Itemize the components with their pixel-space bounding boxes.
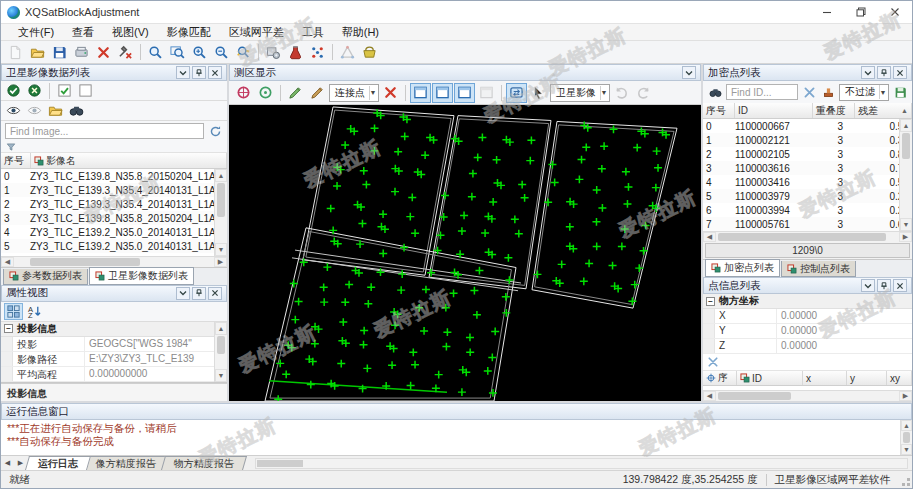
tab-object-accuracy-report[interactable]: 物方精度报告 <box>161 456 247 470</box>
image-row[interactable]: 0ZY3_TLC_E139.8_N35.8_20150204_L1A00 <box>1 169 227 183</box>
panel-close-icon[interactable] <box>208 287 222 300</box>
save-icon[interactable] <box>49 42 70 62</box>
panel-menu-icon[interactable] <box>176 287 190 300</box>
view-3-icon[interactable] <box>454 83 475 103</box>
center-green-icon[interactable] <box>255 83 276 103</box>
panel-close-icon[interactable] <box>893 66 907 79</box>
column-header-x[interactable]: x <box>803 371 847 385</box>
column-header-index[interactable]: 序号 <box>703 103 735 118</box>
unload-images-icon[interactable] <box>25 82 44 99</box>
tiepoint-dropdown[interactable]: 连接点▼ <box>329 84 379 102</box>
menu-item[interactable]: 帮助(H) <box>333 25 388 40</box>
log-vscrollbar[interactable]: ▲ ▼ <box>900 420 912 455</box>
hide-image-icon[interactable] <box>25 102 44 119</box>
menu-item[interactable]: 文件(F) <box>9 25 63 40</box>
center-red-icon[interactable] <box>233 83 254 103</box>
tiepoint-row[interactable]: 0110000066730.57 <box>703 119 912 133</box>
link-views-icon[interactable] <box>506 83 527 103</box>
view-1-icon[interactable] <box>410 83 431 103</box>
remove-observation-icon[interactable] <box>707 356 719 368</box>
pan-view-icon[interactable] <box>233 42 254 62</box>
browse-folder-icon[interactable] <box>46 102 65 119</box>
image-layer-dropdown[interactable]: 卫星影像▼ <box>550 84 610 102</box>
find-id-icon[interactable] <box>707 84 723 100</box>
close-button[interactable] <box>878 1 912 23</box>
coords-group[interactable]: − 物方坐标 <box>703 294 912 309</box>
image-row[interactable]: 2ZY3_TLC_E139.3_N35.4_20140131_L1A00 <box>1 197 227 211</box>
coord-row-y[interactable]: Y0.00000 <box>703 324 912 339</box>
find-image-icon[interactable] <box>67 102 86 119</box>
panel-menu-icon[interactable] <box>682 66 696 79</box>
panel-close-icon[interactable] <box>208 66 222 79</box>
zoom-out-icon[interactable] <box>211 42 232 62</box>
column-header-y[interactable]: y <box>847 371 887 385</box>
column-header-name[interactable]: 影像名 <box>31 153 227 168</box>
log-body[interactable]: ***正在进行自动保存与备份，请稍后 ***自动保存与备份完成 ▲ ▼ <box>1 420 912 455</box>
tiepoint-row[interactable]: 4110000341630.51 <box>703 175 912 189</box>
view-4-icon[interactable] <box>476 83 497 103</box>
view-2-icon[interactable] <box>432 83 453 103</box>
image-row[interactable]: 6ZY3_TLC_E139.2_N35.0_20140131_L1A00 <box>1 253 227 256</box>
check-all-icon[interactable] <box>55 82 74 99</box>
menu-item[interactable]: 查看 <box>63 25 103 40</box>
menu-item[interactable]: 工具 <box>293 25 333 40</box>
panel-menu-icon[interactable] <box>861 66 875 79</box>
zoom-window-icon[interactable] <box>145 42 166 62</box>
remove-tool-icon[interactable] <box>115 42 136 62</box>
panel-pin-icon[interactable] <box>877 66 891 79</box>
tiepoint-row[interactable]: 5110000397930.28 <box>703 189 912 203</box>
panel-menu-icon[interactable] <box>861 279 875 292</box>
tiepoint-row[interactable]: 2110000210530.80 <box>703 147 912 161</box>
column-header-index[interactable]: 序号 <box>1 153 31 168</box>
delete-point-icon[interactable] <box>380 83 401 103</box>
tab-run-log[interactable]: 运行日志 <box>25 456 91 470</box>
properties-vscrollbar[interactable]: ▲ ▼ <box>214 322 227 382</box>
select-cursor-icon[interactable] <box>528 83 549 103</box>
tiepoint-row[interactable]: 7110000576130.61 <box>703 217 912 231</box>
zoom-fit-icon[interactable] <box>167 42 188 62</box>
property-row[interactable]: 影像路径E:\ZY3\ZY3_TLC_E139 <box>1 352 227 367</box>
save-points-icon[interactable] <box>892 84 908 100</box>
column-header-seq[interactable]: 序 <box>703 371 737 385</box>
match-settings-icon[interactable] <box>263 42 284 62</box>
collapse-icon[interactable]: − <box>4 324 13 333</box>
tiepoint-vscrollbar[interactable]: ▲ ▼ <box>899 119 912 231</box>
panel-pin-icon[interactable] <box>192 66 206 79</box>
image-list-vscrollbar[interactable]: ▲ ▼ <box>214 169 227 256</box>
add-point-icon[interactable] <box>307 83 328 103</box>
maximize-button[interactable] <box>844 1 878 23</box>
tiepoint-row[interactable]: 6110000399430.24 <box>703 203 912 217</box>
image-row[interactable]: 3ZY3_TLC_E139.8_N35.8_20150204_L1A00 <box>1 211 227 225</box>
image-row[interactable]: 1ZY3_TLC_E139.3_N35.4_20140131_L1A00 <box>1 183 227 197</box>
column-header-overlap[interactable]: 重叠度 <box>813 103 855 118</box>
minimize-button[interactable] <box>810 1 844 23</box>
tab-tiepoint-list[interactable]: 加密点列表 <box>705 259 780 277</box>
load-images-icon[interactable] <box>4 82 23 99</box>
menu-item[interactable]: 区域网平差 <box>220 25 293 40</box>
edit-point-icon[interactable] <box>285 83 306 103</box>
panel-close-icon[interactable] <box>893 279 907 292</box>
funnel-icon[interactable] <box>6 142 16 152</box>
show-image-icon[interactable] <box>4 102 23 119</box>
import-icon[interactable] <box>71 42 92 62</box>
undo-icon[interactable] <box>611 83 632 103</box>
tiepoint-row[interactable]: 1110000212130.31 <box>703 133 912 147</box>
column-header-residual[interactable]: 残差▲ <box>855 103 912 118</box>
tiepoint-hscrollbar[interactable]: ◀ ▶ <box>703 231 912 242</box>
tab-reference-list[interactable]: 参考数据列表 <box>3 269 88 285</box>
tab-control-list[interactable]: 控制点列表 <box>781 261 856 277</box>
sort-az-icon[interactable] <box>25 303 44 320</box>
tab-scroll-left-icon[interactable]: ◀ <box>1 457 14 470</box>
tiepoint-extract-icon[interactable] <box>307 42 328 62</box>
open-folder-icon[interactable] <box>27 42 48 62</box>
filter-dropdown[interactable]: 不过滤▼ <box>839 84 889 101</box>
zoom-in-icon[interactable] <box>189 42 210 62</box>
property-row[interactable]: 投影GEOGCS["WGS 1984" <box>1 337 227 352</box>
new-file-icon[interactable] <box>5 42 26 62</box>
panel-pin-icon[interactable] <box>192 287 206 300</box>
panel-menu-icon[interactable] <box>176 66 190 79</box>
tab-image-accuracy-report[interactable]: 像方精度报告 <box>83 456 169 470</box>
categorized-view-icon[interactable] <box>4 303 23 320</box>
clear-filter-icon[interactable] <box>801 84 817 100</box>
observation-hscrollbar[interactable]: ◀ ▶ <box>703 390 912 401</box>
